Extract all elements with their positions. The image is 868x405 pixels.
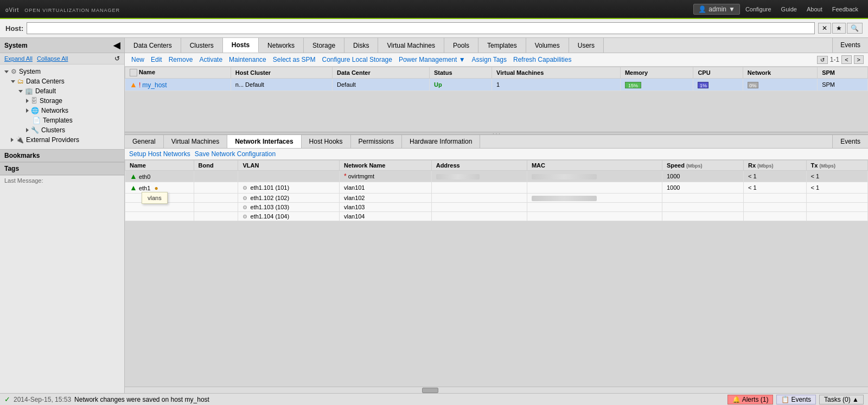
host-cluster-cell: n... Default bbox=[231, 79, 332, 91]
vlan-icon: ⚙ bbox=[242, 185, 247, 191]
configure-link[interactable]: Configure bbox=[741, 5, 776, 14]
template-icon: 📄 bbox=[33, 117, 41, 124]
save-network-configuration-link[interactable]: Save Network Configuration bbox=[195, 150, 276, 158]
guide-link[interactable]: Guide bbox=[777, 5, 801, 14]
eth0-tx-cell: < 1 bbox=[806, 171, 867, 182]
tab-storage[interactable]: Storage bbox=[304, 38, 344, 53]
app-logo: oVirt OPEN VIRTUALIZATION MANAGER bbox=[5, 5, 120, 14]
status-message: Network changes were saved on host my_ho… bbox=[74, 396, 724, 403]
assign-tags-button[interactable]: Assign Tags bbox=[470, 55, 509, 65]
nav-tabs: Data Centers Clusters Hosts Networks Sto… bbox=[125, 38, 868, 53]
network-icon: 🌐 bbox=[31, 107, 39, 114]
tab-hosts[interactable]: Hosts bbox=[223, 38, 259, 53]
remove-button[interactable]: Remove bbox=[167, 55, 195, 65]
about-link[interactable]: About bbox=[802, 5, 827, 14]
warning-icon: ▲ bbox=[130, 80, 137, 89]
sidebar-item-datacenters[interactable]: 🗂 Data Centers bbox=[0, 76, 124, 86]
hosts-table-area: Name Host Cluster Data Center Status Vir… bbox=[125, 67, 868, 132]
eth0-bond-cell bbox=[194, 171, 238, 182]
new-button[interactable]: New bbox=[129, 55, 146, 65]
select-spm-button[interactable]: Select as SPM bbox=[271, 55, 318, 65]
net-col-speed: Speed (Mbps) bbox=[662, 160, 743, 171]
refresh-sidebar-button[interactable]: ↺ bbox=[114, 55, 120, 62]
tab-networks[interactable]: Networks bbox=[259, 38, 304, 53]
table-row[interactable]: ▲ ! my_host n... Default Default Up 1 15… bbox=[125, 79, 868, 91]
net-col-mac: MAC bbox=[527, 160, 662, 171]
tab-clusters[interactable]: Clusters bbox=[181, 38, 223, 53]
table-row[interactable]: ▲ eth0 * ovirtmgmt bbox=[125, 171, 868, 182]
admin-menu[interactable]: 👤 admin ▼ bbox=[693, 4, 740, 15]
tab-data-centers[interactable]: Data Centers bbox=[125, 38, 181, 53]
scrollbar-thumb[interactable] bbox=[422, 388, 438, 393]
net-col-network-name: Network Name bbox=[339, 160, 431, 171]
expand-all-link[interactable]: Expand All bbox=[4, 55, 33, 62]
setup-host-networks-link[interactable]: Setup Host Networks bbox=[129, 150, 190, 158]
tab-volumes[interactable]: Volumes bbox=[526, 38, 569, 53]
detail-toolbar: Setup Host Networks Save Network Configu… bbox=[125, 149, 868, 160]
tab-disks[interactable]: Disks bbox=[344, 38, 378, 53]
sidebar-item-default-dc[interactable]: 🏢 Default bbox=[0, 86, 124, 96]
storage-icon: 🗄 bbox=[31, 97, 37, 105]
search-input[interactable] bbox=[27, 22, 815, 34]
net-col-tx: Tx (Mbps) bbox=[806, 160, 867, 171]
maintenance-button[interactable]: Maintenance bbox=[227, 55, 269, 65]
network-interfaces-table: Name Bond VLAN Network Name Address MAC … bbox=[125, 160, 868, 221]
feedback-link[interactable]: Feedback bbox=[828, 5, 863, 14]
pagination-info: 1-1 bbox=[830, 56, 839, 63]
table-row[interactable]: ⚙ eth1.102 (102) vlan102 bbox=[125, 194, 868, 203]
eth1-102-rx-cell bbox=[743, 194, 806, 203]
searchbar: Host: ✕ ★ 🔍 bbox=[0, 19, 868, 38]
refresh-button[interactable]: ↺ bbox=[817, 56, 828, 64]
detail-events-button[interactable]: Events bbox=[832, 135, 868, 148]
tab-pools[interactable]: Pools bbox=[444, 38, 478, 53]
sidebar-item-clusters[interactable]: 🔧 Clusters bbox=[0, 125, 124, 135]
next-page-button[interactable]: > bbox=[854, 55, 864, 64]
collapse-all-link[interactable]: Collapse All bbox=[37, 55, 68, 62]
clear-search-button[interactable]: ✕ bbox=[818, 23, 831, 34]
detail-tab-permissions[interactable]: Permissions bbox=[351, 135, 402, 148]
execute-search-button[interactable]: 🔍 bbox=[847, 23, 863, 34]
cpu-bar: 1% bbox=[698, 82, 709, 88]
detail-tab-host-hooks[interactable]: Host Hooks bbox=[302, 135, 351, 148]
table-row[interactable]: ▲ eth1 ● vlans ⚙ eth1.101 (101) bbox=[125, 182, 868, 194]
sidebar-item-external-providers[interactable]: 🔌 External Providers bbox=[0, 135, 124, 145]
eth1-104-network-name-cell: vlan104 bbox=[339, 212, 431, 221]
eth0-rx-cell: < 1 bbox=[743, 171, 806, 182]
tasks-button[interactable]: Tasks (0) ▲ bbox=[819, 395, 864, 404]
edit-button[interactable]: Edit bbox=[149, 55, 164, 65]
power-management-button[interactable]: Power Management ▼ bbox=[397, 55, 468, 65]
sidebar-item-templates[interactable]: 📄 Templates bbox=[0, 115, 124, 125]
detail-tab-hardware-information[interactable]: Hardware Information bbox=[402, 135, 480, 148]
table-row[interactable]: ⚙ eth1.104 (104) vlan104 bbox=[125, 212, 868, 221]
configure-local-storage-button[interactable]: Configure Local Storage bbox=[320, 55, 394, 65]
tab-users[interactable]: Users bbox=[569, 38, 604, 53]
table-row[interactable]: ⚙ eth1.103 (103) vlan103 bbox=[125, 203, 868, 212]
sidebar-toggle[interactable]: ◀ bbox=[113, 40, 120, 50]
horizontal-scrollbar[interactable] bbox=[125, 387, 868, 393]
activate-button[interactable]: Activate bbox=[197, 55, 225, 65]
prev-page-button[interactable]: < bbox=[841, 55, 851, 64]
sidebar-item-networks[interactable]: 🌐 Networks bbox=[0, 106, 124, 115]
user-icon: 👤 bbox=[698, 5, 706, 13]
tab-virtual-machines[interactable]: Virtual Machines bbox=[378, 38, 444, 53]
detail-tab-virtual-machines[interactable]: Virtual Machines bbox=[164, 135, 228, 148]
alert-icon: 🔔 bbox=[732, 396, 741, 403]
detail-tab-general[interactable]: General bbox=[125, 135, 164, 148]
status-cell: Up bbox=[429, 79, 492, 91]
host-name-link[interactable]: my_host bbox=[142, 81, 167, 89]
eth0-name-cell: ▲ eth0 bbox=[125, 171, 194, 182]
sidebar-item-storage[interactable]: 🗄 Storage bbox=[0, 96, 124, 106]
eth1-103-address-cell bbox=[431, 203, 527, 212]
sidebar-item-system[interactable]: ⚙ System bbox=[0, 67, 124, 76]
events-status-button[interactable]: 📋 Events bbox=[776, 395, 816, 404]
detail-tab-network-interfaces[interactable]: Network Interfaces bbox=[227, 135, 301, 148]
events-button[interactable]: Events bbox=[832, 38, 868, 53]
tab-templates[interactable]: Templates bbox=[478, 38, 526, 53]
alerts-button[interactable]: 🔔 Alerts (1) bbox=[727, 395, 774, 404]
sidebar-header-label: System bbox=[4, 42, 28, 49]
bookmark-search-button[interactable]: ★ bbox=[832, 23, 846, 34]
col-header-name: Name bbox=[125, 67, 231, 79]
eth1-network-name-cell: vlan101 bbox=[339, 182, 431, 194]
refresh-capabilities-button[interactable]: Refresh Capabilities bbox=[511, 55, 573, 65]
col-header-data-center: Data Center bbox=[333, 67, 430, 79]
